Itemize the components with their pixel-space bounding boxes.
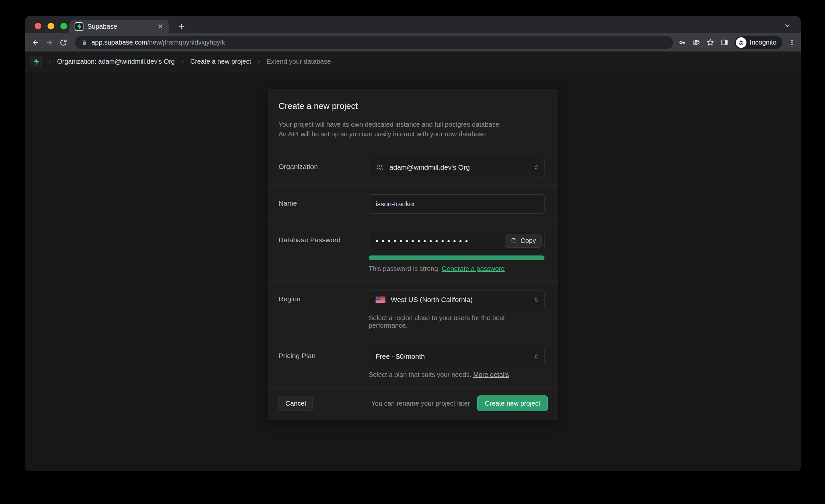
card-header: Create a new project xyxy=(268,89,558,111)
browser-window: Supabase × + app.supabase.com/new/jfnsmq… xyxy=(25,16,801,471)
region-helper: Select a region close to your users for … xyxy=(369,314,544,330)
region-group: West US (North California) Select a regi… xyxy=(369,290,544,330)
description-line-1: Your project will have its own dedicated… xyxy=(279,120,547,129)
breadcrumb-organization[interactable]: Organization: adam@windmill.dev's Org xyxy=(57,58,174,65)
password-strength-bar xyxy=(369,256,544,260)
minimize-window-button[interactable] xyxy=(48,23,54,29)
password-helper: This password is strong. Generate a pass… xyxy=(369,265,544,273)
back-icon[interactable] xyxy=(30,37,41,48)
window-controls xyxy=(34,23,67,29)
chevron-right-icon xyxy=(256,59,262,64)
pricing-row: Pricing Plan Free - $0/month Select a pl… xyxy=(268,338,558,387)
page-body: Create a new project Your project will h… xyxy=(25,72,801,471)
page-title: Create a new project xyxy=(279,101,547,111)
pricing-select[interactable]: Free - $0/month xyxy=(369,347,544,366)
card-footer: Cancel You can rename your project later… xyxy=(268,387,558,420)
toolbar-actions: Incognito xyxy=(678,36,796,49)
password-label: Database Password xyxy=(279,231,369,244)
description-line-2: An API will be set up so you can easily … xyxy=(279,129,547,139)
users-icon xyxy=(376,163,384,172)
region-value: West US (North California) xyxy=(391,296,472,304)
supabase-logo-icon[interactable] xyxy=(30,56,42,67)
copy-password-button[interactable]: Copy xyxy=(505,234,541,247)
pricing-group: Free - $0/month Select a plan that suits… xyxy=(369,347,544,378)
new-tab-button[interactable]: + xyxy=(176,20,187,33)
chevron-right-icon xyxy=(47,59,52,64)
pricing-value: Free - $0/month xyxy=(376,353,425,360)
bookmark-star-icon[interactable] xyxy=(706,38,715,47)
organization-label: Organization xyxy=(279,158,369,171)
us-flag-icon xyxy=(376,296,385,303)
tab-close-icon[interactable]: × xyxy=(157,22,164,31)
generate-password-link[interactable]: Generate a password xyxy=(442,265,505,272)
url-path: /new/jfnsmqoynldvxjyhpylk xyxy=(147,39,225,46)
eye-off-icon[interactable] xyxy=(692,38,700,47)
incognito-icon xyxy=(736,37,746,48)
password-group: ●●●●●●●●●●●●●●●● Copy This password is s… xyxy=(369,231,544,273)
pricing-helper-text: Select a plan that suits your needs. xyxy=(369,371,471,378)
organization-value: adam@windmill.dev's Org xyxy=(389,163,470,171)
forward-icon[interactable] xyxy=(44,37,55,48)
password-masked-value: ●●●●●●●●●●●●●●●● xyxy=(376,238,505,243)
cancel-button[interactable]: Cancel xyxy=(279,396,313,411)
incognito-badge: Incognito xyxy=(735,36,782,49)
name-label: Name xyxy=(279,195,369,207)
supabase-favicon-icon xyxy=(75,22,83,31)
password-key-icon[interactable] xyxy=(678,39,686,47)
copy-icon xyxy=(511,237,517,244)
incognito-label: Incognito xyxy=(750,39,776,46)
copy-button-label: Copy xyxy=(520,237,536,244)
organization-select[interactable]: adam@windmill.dev's Org xyxy=(369,158,544,177)
region-select[interactable]: West US (North California) xyxy=(369,290,544,309)
pricing-helper: Select a plan that suits your needs. Mor… xyxy=(369,371,544,378)
side-panel-icon[interactable] xyxy=(721,38,729,47)
tab-search-chevron-icon[interactable] xyxy=(784,22,791,29)
region-row: Region West US (North California) Select… xyxy=(268,282,558,338)
lock-icon xyxy=(81,40,87,46)
browser-tab-supabase[interactable]: Supabase × xyxy=(69,20,169,33)
password-strength-text: This password is strong. xyxy=(369,265,440,272)
create-project-card: Create a new project Your project will h… xyxy=(268,89,558,420)
url-text: app.supabase.com/new/jfnsmqoynldvxjyhpyl… xyxy=(91,39,225,46)
reload-icon[interactable] xyxy=(58,37,69,48)
breadcrumb-extend-database: Extend your database xyxy=(267,58,331,65)
create-new-project-button[interactable]: Create new project xyxy=(477,395,548,411)
browser-toolbar: app.supabase.com/new/jfnsmqoynldvxjyhpyl… xyxy=(25,33,801,52)
card-description: Your project will have its own dedicated… xyxy=(268,111,558,149)
zoom-window-button[interactable] xyxy=(60,23,67,29)
name-row: Name issue-tracker xyxy=(268,186,558,222)
menu-dots-icon[interactable] xyxy=(789,39,796,46)
close-window-button[interactable] xyxy=(34,23,41,29)
organization-row: Organization adam@windmill.dev's Org xyxy=(268,149,558,186)
chevron-selector-icon xyxy=(533,353,539,360)
app-header: Organization: adam@windmill.dev's Org Cr… xyxy=(25,52,801,72)
project-name-input[interactable]: issue-tracker xyxy=(369,195,544,214)
tab-title: Supabase xyxy=(87,23,157,30)
address-bar[interactable]: app.supabase.com/new/jfnsmqoynldvxjyhpyl… xyxy=(75,36,673,49)
password-input[interactable]: ●●●●●●●●●●●●●●●● Copy xyxy=(369,231,544,250)
url-domain: app.supabase.com xyxy=(91,39,147,46)
region-label: Region xyxy=(279,290,369,303)
rename-note: You can rename your project later xyxy=(371,400,470,407)
chevron-selector-icon xyxy=(533,296,539,303)
chevron-selector-icon xyxy=(533,164,539,171)
tab-strip: Supabase × + xyxy=(25,16,801,33)
pricing-label: Pricing Plan xyxy=(279,347,369,360)
breadcrumb-create-project[interactable]: Create a new project xyxy=(190,58,251,65)
password-row: Database Password ●●●●●●●●●●●●●●●● Copy … xyxy=(268,222,558,282)
chevron-right-icon xyxy=(179,59,185,64)
more-details-link[interactable]: More details xyxy=(473,371,509,378)
